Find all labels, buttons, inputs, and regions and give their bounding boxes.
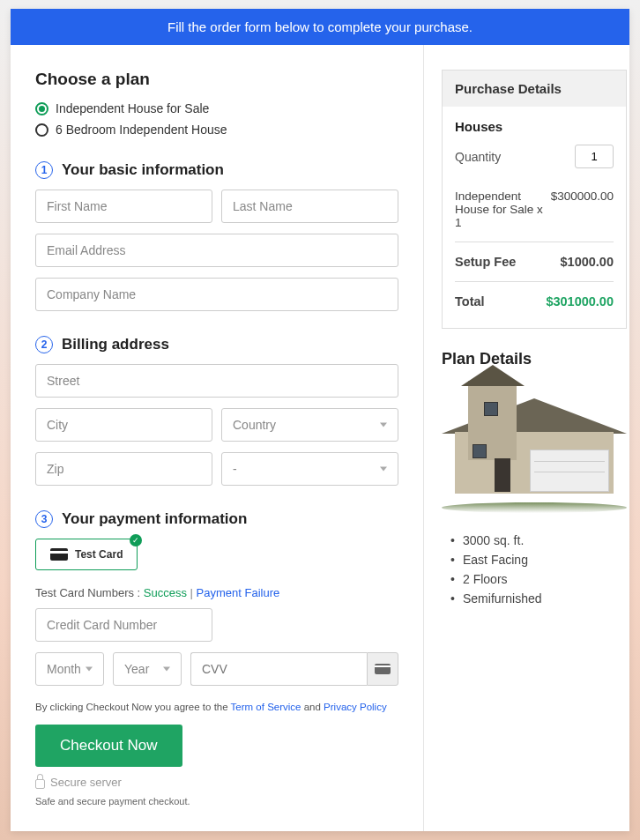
secure-server: Secure server (35, 776, 398, 789)
test-card-numbers: Test Card Numbers : Success | Payment Fa… (35, 586, 398, 599)
setup-fee-value: $1000.00 (561, 255, 614, 269)
plan-option-1[interactable]: Independent House for Sale (35, 101, 398, 115)
email-input[interactable] (35, 234, 398, 267)
country-select[interactable]: Country (221, 408, 398, 442)
agree-text: By clicking Checkout Now you agree to th… (35, 702, 398, 712)
quantity-label: Quantity (455, 150, 501, 164)
credit-card-input[interactable] (35, 608, 212, 642)
total-value: $301000.00 (546, 294, 614, 308)
feature-item: Semifurnished (463, 589, 627, 608)
purchase-details-title: Purchase Details (443, 71, 626, 107)
plan-option-label: 6 Bedroom Independent House (56, 123, 227, 137)
step-3-heading: 3Your payment information (35, 510, 398, 528)
banner: Fill the order form below to complete yo… (11, 9, 629, 45)
total-label: Total (455, 294, 485, 308)
test-success-link[interactable]: Success (144, 586, 187, 599)
last-name-input[interactable] (221, 190, 398, 223)
check-icon: ✓ (130, 534, 142, 546)
company-input[interactable] (35, 278, 398, 311)
zip-input[interactable] (35, 452, 212, 486)
first-name-input[interactable] (35, 190, 212, 223)
privacy-link[interactable]: Privacy Policy (324, 702, 387, 712)
card-icon (50, 548, 68, 561)
month-select[interactable]: Month (35, 652, 104, 686)
plan-option-label: Independent House for Sale (56, 101, 209, 115)
step-2-heading: 2Billing address (35, 336, 398, 353)
choose-plan-heading: Choose a plan (35, 70, 398, 89)
setup-fee-label: Setup Fee (455, 255, 516, 269)
test-failure-link[interactable]: Payment Failure (197, 586, 280, 599)
plan-features-list: 3000 sq. ft. East Facing 2 Floors Semifu… (442, 531, 627, 608)
test-card-chip[interactable]: ✓ Test Card (35, 539, 138, 570)
street-input[interactable] (35, 364, 398, 398)
lock-icon (35, 779, 45, 789)
line-item-price: $300000.00 (551, 190, 614, 229)
state-select[interactable]: - (221, 452, 398, 486)
checkout-button[interactable]: Checkout Now (35, 725, 182, 767)
city-input[interactable] (35, 408, 212, 442)
cvv-input[interactable] (190, 652, 367, 686)
year-select[interactable]: Year (113, 652, 182, 686)
radio-icon (35, 102, 48, 115)
card-chip-label: Test Card (75, 548, 123, 561)
line-item-name: Independent House for Sale x 1 (455, 190, 551, 229)
tos-link[interactable]: Term of Service (231, 702, 301, 712)
radio-icon (35, 123, 48, 137)
step-1-heading: 1Your basic information (35, 161, 398, 179)
quantity-input[interactable] (575, 145, 614, 168)
house-image (442, 381, 627, 513)
plan-option-2[interactable]: 6 Bedroom Independent House (35, 123, 398, 137)
purchase-details-panel: Purchase Details Houses Quantity Indepen… (442, 70, 627, 329)
houses-subhead: Houses (455, 119, 614, 134)
cvv-icon (367, 652, 398, 686)
safe-text: Safe and secure payment checkout. (35, 796, 398, 807)
feature-item: 3000 sq. ft. (463, 531, 627, 550)
feature-item: 2 Floors (463, 569, 627, 589)
feature-item: East Facing (463, 550, 627, 569)
